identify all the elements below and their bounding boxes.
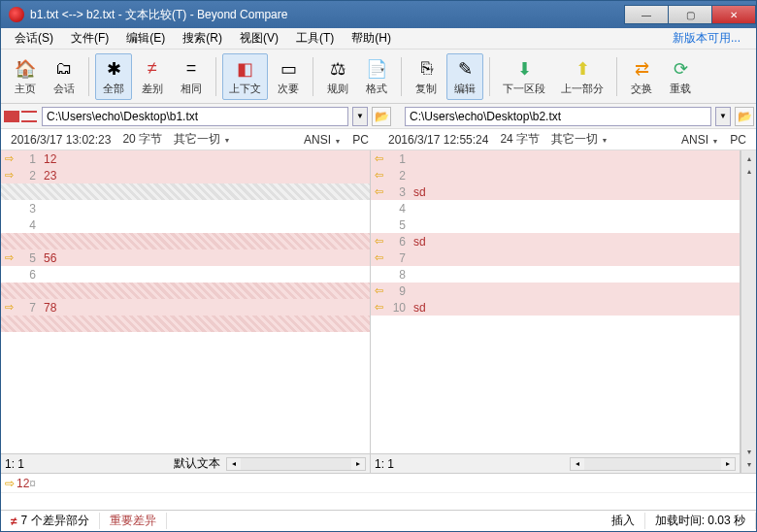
swap-button[interactable]: ⇄交换 [623, 53, 660, 100]
left-cursor-pos: 1: 1 [5, 457, 24, 471]
separator [616, 57, 617, 96]
line-row[interactable] [1, 316, 370, 332]
line-row[interactable]: ⇦7 [371, 249, 740, 266]
menu-search[interactable]: 搜索(R) [175, 28, 230, 49]
line-number: 2 [16, 169, 40, 183]
line-row[interactable]: ⇨556 [1, 249, 370, 266]
minor-icon: ▭ [277, 57, 300, 81]
menu-view[interactable]: 视图(V) [232, 28, 286, 49]
copy-button[interactable]: ⎘▼复制 [408, 53, 444, 100]
menu-file[interactable]: 文件(F) [63, 28, 116, 49]
line-row[interactable]: ⇨223 [1, 167, 370, 183]
line-row[interactable]: 5 [371, 216, 740, 233]
line-row[interactable]: ⇦10sd [371, 299, 740, 316]
vscroll[interactable]: ▴▴ ▾▾ [741, 150, 756, 473]
reload-button[interactable]: ⟳重载 [662, 53, 699, 100]
app-icon [9, 7, 24, 22]
left-path-dropdown[interactable]: ▼ [352, 107, 368, 126]
line-row[interactable]: 6 [1, 266, 370, 283]
line-number: 4 [16, 218, 40, 232]
line-row[interactable]: 3 [1, 200, 370, 216]
diff-arrow-icon: ⇦ [371, 235, 386, 248]
line-row[interactable] [1, 183, 370, 200]
diffs-button[interactable]: ≠差别 [134, 53, 171, 100]
menubar: 会话(S) 文件(F) 编辑(E) 搜索(R) 视图(V) 工具(T) 帮助(H… [1, 28, 756, 50]
statusbar: ≠7 个差异部分 重要差异 插入 加载时间: 0.03 秒 [1, 510, 756, 531]
line-text: 23 [40, 169, 370, 183]
format-button[interactable]: 📄▼格式 [358, 53, 395, 100]
line-row[interactable]: 4 [1, 216, 370, 233]
context-button[interactable]: ◧上下文 [222, 53, 268, 100]
line-row[interactable]: ⇦9 [371, 283, 740, 299]
left-timestamp: 2016/3/17 13:02:23 [11, 133, 111, 147]
left-lines[interactable]: ⇨112⇨22334⇨5566⇨778 [1, 150, 370, 453]
sessions-button[interactable]: 🗂会话 [46, 53, 82, 100]
right-filter[interactable]: 其它一切 ▼ [551, 131, 608, 148]
next-button[interactable]: ⬇下一区段 [496, 53, 552, 100]
left-size: 20 字节 [122, 131, 162, 148]
line-number: 9 [386, 284, 410, 298]
left-path-input[interactable]: C:\Users\echo\Desktop\b1.txt [42, 107, 348, 126]
right-encoding[interactable]: ANSI ▼ [681, 133, 718, 147]
right-browse-button[interactable]: 📂 [735, 107, 754, 126]
line-number: 10 [386, 301, 410, 315]
right-lines[interactable]: ⇦1⇦2⇦3sd45⇦6sd⇦78⇦9⇦10sd [371, 150, 740, 453]
line-text: sd [410, 235, 740, 249]
left-lineend[interactable]: PC [352, 133, 369, 147]
diff-arrow-icon: ⇨ [1, 251, 16, 264]
line-row[interactable]: ⇨112 [1, 150, 370, 167]
edit-strip[interactable]: ⇨ 12 ¤ [1, 473, 756, 492]
left-encoding[interactable]: ANSI ▼ [304, 133, 341, 147]
minimize-button[interactable] [624, 5, 669, 24]
line-row[interactable] [1, 233, 370, 249]
new-version-link[interactable]: 新版本可用... [665, 28, 748, 49]
line-row[interactable] [1, 283, 370, 299]
all-button[interactable]: ✱全部 [95, 53, 132, 100]
edit-cursor: ¤ [29, 477, 36, 490]
line-row[interactable]: ⇦6sd [371, 233, 740, 249]
right-pane-status: 1: 1 ◂▸ [371, 453, 740, 473]
minor-button[interactable]: ▭次要 [270, 53, 307, 100]
line-row[interactable]: ⇦2 [371, 167, 740, 183]
menu-session[interactable]: 会话(S) [7, 28, 61, 49]
rules-button[interactable]: ⚖▼规则 [319, 53, 356, 100]
right-size: 24 字节 [500, 131, 540, 148]
right-cursor-pos: 1: 1 [375, 457, 394, 471]
next-icon: ⬇ [512, 57, 536, 81]
edit-strip-2[interactable] [1, 492, 756, 510]
line-row[interactable]: 8 [371, 266, 740, 283]
line-text: 78 [40, 301, 370, 315]
left-filter[interactable]: 其它一切 ▼ [174, 131, 230, 148]
menu-edit[interactable]: 编辑(E) [118, 28, 173, 49]
separator [215, 57, 216, 96]
left-browse-button[interactable]: 📂 [372, 107, 391, 126]
right-lineend[interactable]: PC [730, 133, 746, 147]
right-path-input[interactable]: C:\Users\echo\Desktop\b2.txt [405, 107, 711, 126]
line-row[interactable]: ⇦3sd [371, 183, 740, 200]
line-number: 7 [386, 251, 410, 265]
left-hscroll[interactable]: ◂▸ [226, 457, 366, 471]
right-hscroll[interactable]: ◂▸ [570, 457, 736, 471]
same-button[interactable]: =相同 [173, 53, 210, 100]
line-row[interactable]: 4 [371, 200, 740, 216]
diff-arrow-icon: ⇦ [371, 251, 386, 264]
maximize-button[interactable] [668, 5, 712, 24]
menu-help[interactable]: 帮助(H) [344, 28, 399, 49]
status-insert: 插入 [602, 513, 645, 529]
home-button[interactable]: 🏠主页 [7, 53, 44, 100]
compare-panes: ⇨112⇨22334⇨5566⇨778 1: 1 默认文本 ◂▸ ⇦1⇦2⇦3s… [1, 150, 756, 473]
line-row[interactable]: ⇦1 [371, 150, 740, 167]
status-loadtime: 加载时间: 0.03 秒 [645, 513, 756, 529]
menu-tools[interactable]: 工具(T) [288, 28, 342, 49]
edit-button[interactable]: ✎编辑 [446, 53, 483, 100]
right-path-dropdown[interactable]: ▼ [715, 107, 731, 126]
separator [88, 57, 89, 96]
prev-icon: ⬆ [571, 57, 594, 81]
window-title: b1.txt <--> b2.txt - 文本比较(T) - Beyond Co… [30, 7, 287, 23]
line-text: 56 [40, 251, 370, 265]
line-number: 5 [16, 251, 40, 265]
separator [313, 57, 313, 96]
close-button[interactable] [711, 5, 756, 24]
prev-button[interactable]: ⬆上一部分 [554, 53, 610, 100]
line-row[interactable]: ⇨778 [1, 299, 370, 316]
